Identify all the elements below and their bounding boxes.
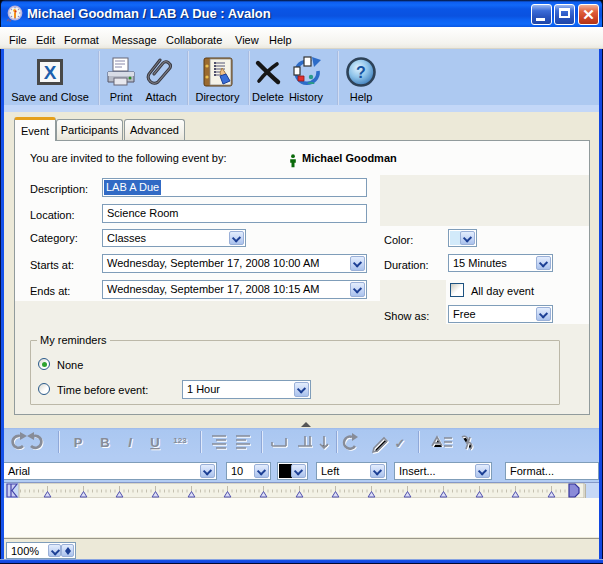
svg-text:X: X — [44, 62, 57, 83]
svg-text:P: P — [74, 435, 83, 450]
svg-text:✓: ✓ — [395, 436, 406, 451]
svg-text:?: ? — [356, 64, 366, 81]
svg-text:123: 123 — [173, 436, 187, 445]
svg-text:I: I — [128, 435, 132, 450]
svg-text:B: B — [100, 435, 109, 450]
svg-text:U: U — [150, 435, 159, 450]
